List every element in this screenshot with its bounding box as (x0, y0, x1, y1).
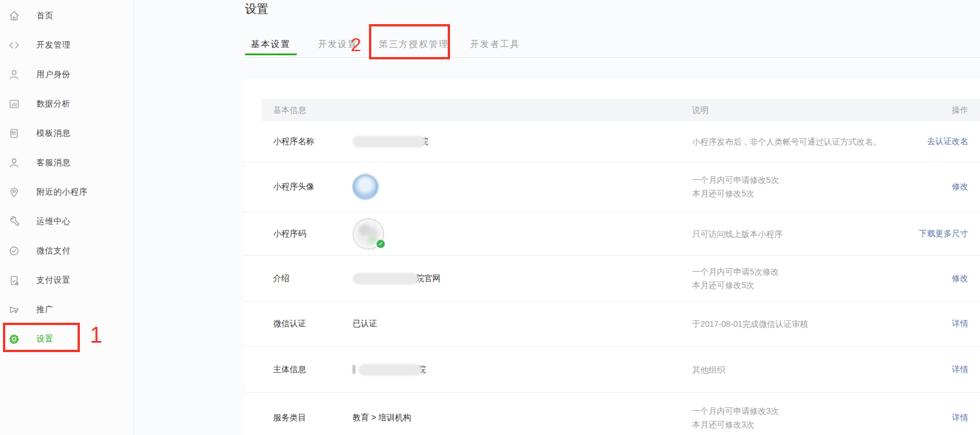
row-description-line: 一个月内可申请修改3次 (692, 404, 779, 418)
row-value: ✓ (353, 218, 384, 250)
row-value: 已认证 (353, 319, 377, 329)
row-description-line: 一个月内可申请5次修改 (692, 265, 779, 279)
settings-table: 小程序名称院小程序发布后，非个人类帐号可通过认证方式改名。去认证改名小程序头像一… (245, 121, 980, 435)
user-icon (8, 68, 21, 81)
bar-chart-icon (8, 98, 21, 111)
row-value: 院 (353, 136, 428, 148)
sidebar-item-home[interactable]: 首页 (0, 1, 133, 31)
row-action-link[interactable]: 详情 (952, 319, 968, 329)
sidebar-item-label: 模板消息 (36, 128, 71, 139)
row-label: 小程序码 (273, 229, 306, 239)
row-label: 微信认证 (273, 319, 306, 329)
row-value-text: 已认证 (353, 319, 377, 329)
sidebar-item-wxpay[interactable]: 微信支付 (0, 236, 133, 266)
sidebar-item-label: 数据分析 (36, 99, 71, 109)
sidebar-item-user[interactable]: 用户身份 (0, 60, 133, 89)
table-row-verify: 微信认证已认证于2017-08-01完成微信认证审核详情 (245, 302, 980, 347)
row-value: 院 (353, 364, 426, 376)
redacted-blur (353, 273, 418, 285)
megaphone-icon (8, 303, 21, 316)
gear-icon (8, 333, 21, 346)
sidebar-item-payset[interactable]: 支付设置 (0, 266, 133, 295)
verified-badge-icon: ✓ (377, 240, 385, 248)
tab-dev[interactable]: 开发设置 (318, 32, 358, 58)
tab-devtools[interactable]: 开发者工具 (470, 32, 520, 58)
redacted-blur (358, 364, 422, 376)
row-description-line: 本月还可修改5次 (692, 279, 779, 292)
table-row-avatar: 小程序头像一个月内可申请修改5次本月还可修改5次修改 (245, 162, 980, 212)
row-description-line: 其他组织 (692, 363, 725, 376)
sidebar-item-label: 运维中心 (36, 216, 71, 227)
location-pin-icon (8, 186, 21, 199)
row-value-suffix: 院官网 (416, 273, 441, 284)
row-label: 介绍 (273, 273, 290, 284)
row-action-link[interactable]: 详情 (952, 413, 968, 423)
table-row-category: 服务类目教育 > 培训机构一个月内可申请修改3次本月还可修改3次详情 (245, 393, 980, 435)
row-description: 于2017-08-01完成微信认证审核 (692, 317, 808, 331)
row-action-link[interactable]: 详情 (952, 364, 968, 375)
row-label: 服务类目 (273, 413, 306, 423)
redacted-blur (353, 136, 425, 148)
row-label: 小程序名称 (273, 136, 314, 147)
sidebar-item-label: 用户身份 (36, 69, 71, 80)
row-value: 院官网 (353, 273, 441, 285)
device-gear-icon (8, 274, 21, 287)
row-description-line: 本月还可修改5次 (692, 187, 779, 200)
code-icon (8, 39, 21, 52)
tab-thirdparty[interactable]: 第三方授权管理 (379, 32, 449, 58)
row-description-line: 于2017-08-01完成微信认证审核 (692, 317, 808, 331)
row-label: 主体信息 (273, 364, 306, 375)
sidebar-item-data[interactable]: 数据分析 (0, 89, 133, 119)
redacted-leading-fragment (353, 365, 355, 374)
column-header-description: 说明 (692, 99, 709, 121)
tab-basic[interactable]: 基本设置 (245, 32, 297, 58)
row-description-line: 本月还可修改3次 (692, 418, 779, 431)
sidebar-item-label: 设置 (36, 334, 53, 344)
sidebar-item-label: 支付设置 (36, 275, 71, 286)
row-action-link[interactable]: 下载更多尺寸 (919, 229, 968, 239)
sidebar-item-nearby[interactable]: 附近的小程序 (0, 178, 133, 207)
sidebar-item-service[interactable]: 客服消息 (0, 148, 133, 178)
table-header: 基本信息 说明 操作 (261, 99, 980, 121)
home-icon (8, 9, 21, 22)
settings-card: 基本信息 说明 操作 小程序名称院小程序发布后，非个人类帐号可通过认证方式改名。… (245, 79, 980, 435)
sidebar-item-label: 推广 (36, 304, 53, 315)
sidebar-item-ops[interactable]: 运维中心 (0, 207, 133, 236)
row-description: 只可访问线上版本小程序 (692, 227, 783, 240)
user-chat-icon (8, 156, 21, 169)
table-row-qrcode: 小程序码✓只可访问线上版本小程序下载更多尺寸 (245, 212, 980, 256)
table-row-subject: 主体信息院其他组织详情 (245, 347, 980, 393)
table-row-name: 小程序名称院小程序发布后，非个人类帐号可通过认证方式改名。去认证改名 (245, 121, 980, 162)
sidebar-item-label: 开发管理 (36, 40, 71, 51)
column-header-basic-info: 基本信息 (273, 99, 306, 121)
row-description: 其他组织 (692, 363, 725, 376)
wechat-mp-console: { "colors": { "brand_green": "#2aad19", … (0, 0, 980, 435)
sidebar-item-promo[interactable]: 推广 (0, 295, 133, 324)
column-header-action: 操作 (952, 99, 968, 121)
sidebar-item-template[interactable]: 模板消息 (0, 119, 133, 148)
sidebar-item-settings[interactable]: 设置 (0, 324, 133, 354)
sidebar-item-dev[interactable]: 开发管理 (0, 31, 133, 60)
row-action-link[interactable]: 修改 (952, 273, 968, 284)
row-description-line: 小程序发布后，非个人类帐号可通过认证方式改名。 (692, 135, 881, 148)
row-description-line: 一个月内可申请修改5次 (692, 173, 779, 187)
row-label: 小程序头像 (273, 182, 314, 192)
row-action-link[interactable]: 修改 (952, 182, 968, 192)
mini-program-avatar (353, 174, 378, 200)
sidebar-item-label: 客服消息 (36, 158, 71, 168)
sidebar-item-label: 微信支付 (36, 246, 71, 256)
sidebar-item-label: 附近的小程序 (36, 187, 88, 198)
row-value-text: 教育 > 培训机构 (353, 413, 411, 423)
row-value: 教育 > 培训机构 (353, 413, 411, 423)
document-icon (8, 127, 21, 140)
main-content: 设置 基本设置开发设置第三方授权管理开发者工具 2 基本信息 说明 操作 小程序… (134, 0, 980, 435)
row-description-line: 只可访问线上版本小程序 (692, 227, 783, 240)
mini-program-code: ✓ (353, 218, 384, 250)
row-description: 一个月内可申请修改5次本月还可修改5次 (692, 173, 779, 200)
table-row-intro: 介绍院官网一个月内可申请5次修改本月还可修改5次修改 (245, 256, 980, 302)
row-action-link[interactable]: 去认证改名 (927, 136, 968, 147)
chat-check-icon (8, 245, 21, 257)
sidebar: 首页开发管理用户身份数据分析模板消息客服消息附近的小程序运维中心微信支付支付设置… (0, 0, 134, 435)
row-description: 小程序发布后，非个人类帐号可通过认证方式改名。 (692, 135, 881, 148)
row-description: 一个月内可申请5次修改本月还可修改5次 (692, 265, 779, 292)
